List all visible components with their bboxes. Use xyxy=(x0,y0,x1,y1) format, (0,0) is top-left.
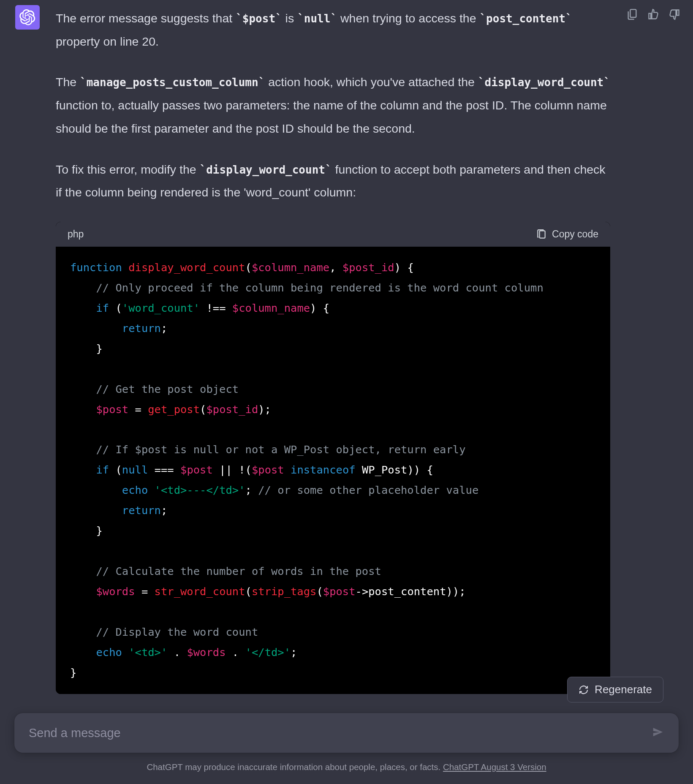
code-token: ) { xyxy=(394,261,414,274)
code-token: $post_id xyxy=(342,261,394,274)
code-token: = xyxy=(135,585,155,598)
code-token: str_word_count xyxy=(155,585,245,598)
code-token: || !( xyxy=(213,463,252,476)
code-token: . xyxy=(167,646,187,659)
code-token: } xyxy=(96,342,102,355)
send-icon xyxy=(652,726,664,738)
code-token: $post_id xyxy=(206,403,258,416)
code-token: ( xyxy=(109,302,122,314)
code-token: display_word_count xyxy=(128,261,245,274)
inline-code: `display_word_count` xyxy=(478,76,610,89)
code-token: , xyxy=(329,261,342,274)
code-token: strip_tags xyxy=(252,585,317,598)
code-token: 'word_count' xyxy=(122,302,200,314)
code-token: return xyxy=(122,504,161,517)
code-token xyxy=(284,463,291,476)
text: The error message suggests that xyxy=(56,11,236,25)
code-token: $post xyxy=(96,403,128,416)
code-token: $column_name xyxy=(252,261,329,274)
code-token: ; xyxy=(245,484,258,496)
code-token: $words xyxy=(96,585,135,598)
code-token: // Get the post object xyxy=(96,383,239,395)
code-token: return xyxy=(122,322,161,335)
svg-rect-0 xyxy=(540,231,545,238)
code-token: !== xyxy=(200,302,232,314)
code-token: ( xyxy=(245,585,252,598)
code-token: // If $post is null or not a WP_Post obj… xyxy=(96,443,465,456)
code-token: if xyxy=(96,302,109,314)
code-token: function xyxy=(70,261,122,274)
assistant-avatar xyxy=(15,5,40,30)
assistant-message: The error message suggests that `$post` … xyxy=(0,0,693,694)
code-header: php Copy code xyxy=(56,222,610,247)
inline-code: `$post` xyxy=(236,12,282,25)
code-token: ( xyxy=(109,463,122,476)
inline-code: `post_content` xyxy=(479,12,572,25)
code-token: '</td>' xyxy=(245,646,291,659)
copy-label: Copy code xyxy=(552,229,598,240)
send-button[interactable] xyxy=(652,726,664,740)
code-token: ( xyxy=(316,585,323,598)
inline-code: `display_word_count` xyxy=(200,163,332,176)
code-token: '<td>---</td>' xyxy=(155,484,245,496)
code-content: function display_word_count($column_name… xyxy=(56,247,610,694)
regenerate-label: Regenerate xyxy=(595,683,652,696)
code-token: === xyxy=(148,463,180,476)
clipboard-icon[interactable] xyxy=(626,8,638,20)
code-token xyxy=(148,484,154,496)
paragraph-2: The `manage_posts_custom_column` action … xyxy=(56,71,610,140)
code-token: null xyxy=(122,463,148,476)
inline-code: `manage_posts_custom_column` xyxy=(80,76,265,89)
inline-code: `null` xyxy=(297,12,337,25)
code-token: get_post xyxy=(148,403,200,416)
code-token: // or some other placeholder value xyxy=(258,484,478,496)
code-token: $post xyxy=(252,463,284,476)
version-link[interactable]: ChatGPT August 3 Version xyxy=(443,762,546,772)
message-content: The error message suggests that `$post` … xyxy=(56,5,610,694)
paragraph-1: The error message suggests that `$post` … xyxy=(56,7,610,53)
code-token: . xyxy=(226,646,245,659)
thumbs-down-icon[interactable] xyxy=(669,8,680,20)
regenerate-button[interactable]: Regenerate xyxy=(567,677,663,702)
svg-rect-1 xyxy=(630,9,636,17)
code-token: = xyxy=(128,403,148,416)
message-actions xyxy=(626,5,685,694)
code-token: ) { xyxy=(310,302,329,314)
copy-code-button[interactable]: Copy code xyxy=(536,229,598,240)
code-token: WP_Post)) { xyxy=(356,463,433,476)
paragraph-3: To fix this error, modify the `display_w… xyxy=(56,158,610,204)
code-language: php xyxy=(68,229,84,240)
code-token: // Only proceed if the column being rend… xyxy=(96,281,543,294)
code-token: ->post_content)); xyxy=(356,585,466,598)
thumbs-up-icon[interactable] xyxy=(647,8,659,20)
text: is xyxy=(282,11,297,25)
code-token: $words xyxy=(187,646,226,659)
code-token: ; xyxy=(161,322,167,335)
code-token: if xyxy=(96,463,109,476)
code-token: } xyxy=(96,524,102,537)
text: To fix this error, modify the xyxy=(56,163,200,176)
code-token: ( xyxy=(245,261,252,274)
refresh-icon xyxy=(579,685,589,695)
code-token: } xyxy=(70,666,76,679)
text: when trying to access the xyxy=(337,11,479,25)
code-token: echo xyxy=(122,484,148,496)
code-token: $post xyxy=(180,463,213,476)
code-token xyxy=(122,646,128,659)
disclaimer: ChatGPT may produce inaccurate informati… xyxy=(14,753,679,772)
code-token: ; xyxy=(291,646,297,659)
text: The xyxy=(56,75,80,89)
message-input-container xyxy=(14,713,679,753)
code-token: $post xyxy=(323,585,356,598)
code-block: php Copy code function display_word_coun… xyxy=(56,222,610,694)
text: action hook, which you've attached the xyxy=(265,75,478,89)
clipboard-icon xyxy=(536,229,547,240)
code-token: // Display the word count xyxy=(96,626,258,638)
message-input[interactable] xyxy=(29,726,652,740)
code-token: echo xyxy=(96,646,122,659)
code-token: instanceof xyxy=(291,463,356,476)
code-token: $column_name xyxy=(232,302,310,314)
code-token: ( xyxy=(200,403,206,416)
code-token: // Calculate the number of words in the … xyxy=(96,565,381,577)
text: property on line 20. xyxy=(56,35,159,48)
